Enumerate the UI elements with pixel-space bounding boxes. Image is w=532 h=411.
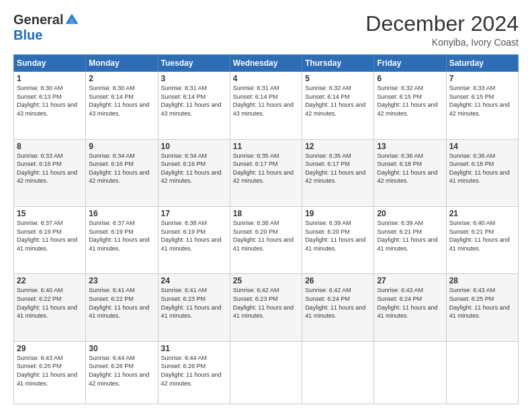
day-info: Sunrise: 6:31 AMSunset: 6:14 PMDaylight:… <box>233 85 294 117</box>
table-row: 15 Sunrise: 6:37 AMSunset: 6:19 PMDaylig… <box>14 207 86 274</box>
table-row: 20 Sunrise: 6:39 AMSunset: 6:21 PMDaylig… <box>374 207 446 274</box>
calendar-week-row: 22 Sunrise: 6:40 AMSunset: 6:22 PMDaylig… <box>14 274 519 341</box>
table-row: 11 Sunrise: 6:35 AMSunset: 6:17 PMDaylig… <box>230 139 302 206</box>
day-number: 15 <box>17 209 83 218</box>
day-info: Sunrise: 6:36 AMSunset: 6:18 PMDaylight:… <box>449 152 510 185</box>
day-info: Sunrise: 6:41 AMSunset: 6:22 PMDaylight:… <box>89 287 149 319</box>
calendar-week-row: 29 Sunrise: 6:43 AMSunset: 6:25 PMDaylig… <box>14 341 519 404</box>
header: General Blue December 2024 Konyiba, Ivor… <box>13 12 519 48</box>
day-number: 31 <box>161 344 227 353</box>
day-info: Sunrise: 6:37 AMSunset: 6:19 PMDaylight:… <box>89 220 149 252</box>
table-row: 30 Sunrise: 6:44 AMSunset: 6:26 PMDaylig… <box>86 341 158 404</box>
day-info: Sunrise: 6:33 AMSunset: 6:16 PMDaylight:… <box>17 152 77 185</box>
logo-icon <box>64 13 79 28</box>
table-row: 6 Sunrise: 6:32 AMSunset: 6:15 PMDayligh… <box>374 72 446 139</box>
day-number: 25 <box>233 276 299 285</box>
day-number: 12 <box>305 142 371 151</box>
day-number: 4 <box>233 74 299 83</box>
day-info: Sunrise: 6:42 AMSunset: 6:24 PMDaylight:… <box>305 287 365 319</box>
day-info: Sunrise: 6:42 AMSunset: 6:23 PMDaylight:… <box>233 287 294 319</box>
day-info: Sunrise: 6:32 AMSunset: 6:15 PMDaylight:… <box>377 85 437 117</box>
day-number: 14 <box>449 142 515 151</box>
day-number: 20 <box>377 209 443 218</box>
day-info: Sunrise: 6:30 AMSunset: 6:13 PMDaylight:… <box>17 85 77 117</box>
day-info: Sunrise: 6:40 AMSunset: 6:22 PMDaylight:… <box>17 287 77 319</box>
day-info: Sunrise: 6:31 AMSunset: 6:14 PMDaylight:… <box>161 85 222 117</box>
table-row: 22 Sunrise: 6:40 AMSunset: 6:22 PMDaylig… <box>14 274 86 341</box>
day-info: Sunrise: 6:44 AMSunset: 6:26 PMDaylight:… <box>161 355 222 387</box>
day-info: Sunrise: 6:34 AMSunset: 6:16 PMDaylight:… <box>89 152 149 185</box>
day-number: 13 <box>377 142 443 151</box>
table-row: 18 Sunrise: 6:38 AMSunset: 6:20 PMDaylig… <box>230 207 302 274</box>
logo: General Blue <box>13 12 79 43</box>
day-number: 3 <box>161 74 227 83</box>
day-number: 5 <box>305 74 371 83</box>
table-row: 1 Sunrise: 6:30 AMSunset: 6:13 PMDayligh… <box>14 72 86 139</box>
table-row <box>302 341 374 404</box>
table-row: 29 Sunrise: 6:43 AMSunset: 6:25 PMDaylig… <box>14 341 86 404</box>
day-number: 19 <box>305 209 371 218</box>
logo-general-text: General <box>13 12 63 28</box>
table-row: 2 Sunrise: 6:30 AMSunset: 6:14 PMDayligh… <box>86 72 158 139</box>
day-number: 18 <box>233 209 299 218</box>
col-thursday: Thursday <box>302 55 374 72</box>
day-number: 10 <box>161 142 227 151</box>
table-row: 19 Sunrise: 6:39 AMSunset: 6:20 PMDaylig… <box>302 207 374 274</box>
table-row: 26 Sunrise: 6:42 AMSunset: 6:24 PMDaylig… <box>302 274 374 341</box>
day-info: Sunrise: 6:30 AMSunset: 6:14 PMDaylight:… <box>89 85 149 117</box>
day-info: Sunrise: 6:36 AMSunset: 6:18 PMDaylight:… <box>377 152 437 185</box>
day-info: Sunrise: 6:44 AMSunset: 6:26 PMDaylight:… <box>89 355 149 387</box>
table-row: 24 Sunrise: 6:41 AMSunset: 6:23 PMDaylig… <box>158 274 230 341</box>
table-row <box>446 341 518 404</box>
table-row <box>374 341 446 404</box>
day-number: 6 <box>377 74 443 83</box>
day-number: 23 <box>89 276 154 285</box>
calendar-week-row: 1 Sunrise: 6:30 AMSunset: 6:13 PMDayligh… <box>14 72 519 139</box>
table-row: 14 Sunrise: 6:36 AMSunset: 6:18 PMDaylig… <box>446 139 518 206</box>
day-info: Sunrise: 6:43 AMSunset: 6:25 PMDaylight:… <box>17 355 77 387</box>
day-number: 1 <box>17 74 83 83</box>
col-friday: Friday <box>374 55 446 72</box>
table-row: 17 Sunrise: 6:38 AMSunset: 6:19 PMDaylig… <box>158 207 230 274</box>
page: General Blue December 2024 Konyiba, Ivor… <box>0 0 532 411</box>
day-number: 29 <box>17 344 83 353</box>
day-number: 30 <box>89 344 154 353</box>
logo-blue-text: Blue <box>13 28 42 43</box>
table-row: 13 Sunrise: 6:36 AMSunset: 6:18 PMDaylig… <box>374 139 446 206</box>
col-wednesday: Wednesday <box>230 55 302 72</box>
table-row: 8 Sunrise: 6:33 AMSunset: 6:16 PMDayligh… <box>14 139 86 206</box>
table-row: 12 Sunrise: 6:35 AMSunset: 6:17 PMDaylig… <box>302 139 374 206</box>
table-row: 21 Sunrise: 6:40 AMSunset: 6:21 PMDaylig… <box>446 207 518 274</box>
day-info: Sunrise: 6:32 AMSunset: 6:14 PMDaylight:… <box>305 85 365 117</box>
table-row: 27 Sunrise: 6:43 AMSunset: 6:24 PMDaylig… <box>374 274 446 341</box>
calendar-header-row: Sunday Monday Tuesday Wednesday Thursday… <box>14 55 519 72</box>
day-number: 26 <box>305 276 371 285</box>
day-number: 21 <box>449 209 515 218</box>
col-tuesday: Tuesday <box>158 55 230 72</box>
day-number: 9 <box>89 142 154 151</box>
col-sunday: Sunday <box>14 55 86 72</box>
table-row <box>230 341 302 404</box>
table-row: 23 Sunrise: 6:41 AMSunset: 6:22 PMDaylig… <box>86 274 158 341</box>
day-info: Sunrise: 6:38 AMSunset: 6:19 PMDaylight:… <box>161 220 222 252</box>
table-row: 7 Sunrise: 6:33 AMSunset: 6:15 PMDayligh… <box>446 72 518 139</box>
title-block: December 2024 Konyiba, Ivory Coast <box>365 12 519 48</box>
col-saturday: Saturday <box>446 55 518 72</box>
day-info: Sunrise: 6:34 AMSunset: 6:16 PMDaylight:… <box>161 152 222 185</box>
day-number: 16 <box>89 209 154 218</box>
day-info: Sunrise: 6:33 AMSunset: 6:15 PMDaylight:… <box>449 85 510 117</box>
day-number: 24 <box>161 276 227 285</box>
table-row: 28 Sunrise: 6:43 AMSunset: 6:25 PMDaylig… <box>446 274 518 341</box>
day-number: 2 <box>89 74 154 83</box>
month-title: December 2024 <box>365 12 519 36</box>
day-info: Sunrise: 6:35 AMSunset: 6:17 PMDaylight:… <box>233 152 294 185</box>
day-number: 11 <box>233 142 299 151</box>
calendar-week-row: 15 Sunrise: 6:37 AMSunset: 6:19 PMDaylig… <box>14 207 519 274</box>
day-info: Sunrise: 6:43 AMSunset: 6:24 PMDaylight:… <box>377 287 437 319</box>
col-monday: Monday <box>86 55 158 72</box>
calendar-week-row: 8 Sunrise: 6:33 AMSunset: 6:16 PMDayligh… <box>14 139 519 206</box>
location: Konyiba, Ivory Coast <box>365 37 519 48</box>
day-info: Sunrise: 6:39 AMSunset: 6:20 PMDaylight:… <box>305 220 365 252</box>
table-row: 16 Sunrise: 6:37 AMSunset: 6:19 PMDaylig… <box>86 207 158 274</box>
day-info: Sunrise: 6:43 AMSunset: 6:25 PMDaylight:… <box>449 287 510 319</box>
